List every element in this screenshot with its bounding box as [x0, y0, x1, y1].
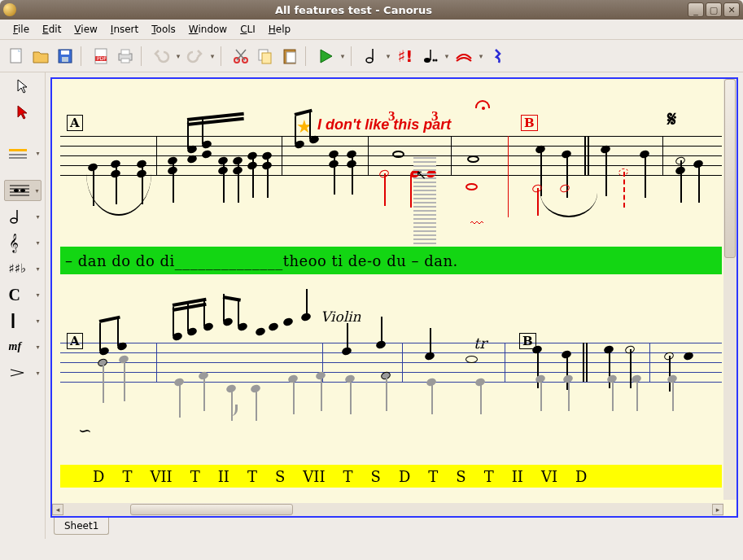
sheet-tabstrip: Sheet1	[50, 518, 738, 539]
horizontal-scroll-thumb[interactable]	[130, 504, 293, 515]
menu-tools[interactable]: Tools	[145, 21, 182, 37]
rehearsal-mark-a-1: A	[67, 115, 83, 131]
svg-rect-23	[9, 154, 27, 155]
svg-rect-3	[62, 57, 68, 62]
open-document-button[interactable]	[29, 45, 52, 68]
svg-rect-22	[9, 149, 27, 151]
tie-slur-button[interactable]	[452, 45, 475, 68]
toolbar: PDF ▾ ▾ ▾ ▾ ♯! ▾ ▾	[0, 40, 743, 72]
half-note-tool-button[interactable]: ▾	[4, 206, 42, 227]
minimize-button[interactable]: _	[688, 2, 704, 17]
left-toolbar: ▾ ▾ ▾ 𝄞▾ ♯♯♭▾ C▾ ▾ mf▾ ▾	[0, 72, 46, 539]
scroll-left-button[interactable]: ◂	[52, 504, 63, 515]
app-icon	[3, 3, 16, 16]
export-pdf-button[interactable]: PDF	[90, 45, 112, 68]
undo-dropdown[interactable]: ▾	[174, 52, 182, 60]
tie-dropdown[interactable]: ▾	[477, 52, 485, 60]
svg-point-21	[435, 59, 438, 61]
menu-help[interactable]: Help	[262, 21, 297, 37]
svg-rect-24	[9, 157, 27, 159]
print-button[interactable]	[114, 45, 137, 68]
horizontal-scrollbar[interactable]: ◂ ▸	[52, 503, 723, 516]
window-title: All features test - Canorus	[21, 4, 686, 16]
svg-text:PDF: PDF	[97, 55, 107, 61]
lyrics-line-1: – dan do do di______________theoo ti de-…	[60, 247, 722, 274]
save-document-button[interactable]	[54, 45, 76, 68]
accidental-button[interactable]: ♯!	[394, 45, 417, 68]
undo-button[interactable]	[150, 45, 173, 68]
menu-cli[interactable]: CLI	[234, 21, 262, 37]
menu-view[interactable]: View	[68, 21, 103, 37]
insert-note-tool-button[interactable]	[7, 102, 39, 123]
svg-point-29	[14, 189, 19, 192]
treble-clef-tool-button[interactable]: 𝄞▾	[4, 232, 42, 253]
voice-tool-button[interactable]: ▾	[4, 180, 42, 201]
segno-icon: 𝄋	[667, 107, 676, 132]
tuplet-3-b: 3	[431, 108, 439, 125]
menu-window[interactable]: Window	[182, 21, 234, 37]
new-document-button[interactable]	[5, 45, 28, 68]
instrument-label: Violin	[321, 308, 361, 325]
fermata-icon	[475, 100, 490, 108]
dotted-note-button[interactable]	[418, 45, 441, 68]
barline-tool-button[interactable]: ▾	[4, 310, 42, 331]
menu-edit[interactable]: Edit	[36, 21, 68, 37]
turn-ornament-icon: ∽	[78, 421, 92, 440]
svg-rect-13	[262, 53, 271, 63]
clef-context-button[interactable]: ▾	[4, 142, 42, 164]
time-signature-tool-button[interactable]: C▾	[4, 284, 42, 305]
svg-point-30	[20, 189, 25, 192]
svg-point-18	[424, 58, 431, 63]
note-duration-button[interactable]	[360, 45, 382, 68]
vertical-scroll-thumb[interactable]	[724, 79, 736, 258]
svg-rect-8	[121, 50, 129, 55]
menubar: File Edit View Insert Tools Window CLI H…	[0, 20, 743, 40]
dotted-dropdown[interactable]: ▾	[443, 52, 451, 60]
menu-file[interactable]: File	[7, 21, 36, 37]
tuplet-3-a: 3	[388, 108, 396, 125]
maximize-button[interactable]: ▢	[706, 2, 722, 17]
play-button[interactable]	[314, 45, 337, 68]
svg-point-16	[366, 58, 373, 63]
rehearsal-mark-a-2: A	[67, 333, 83, 349]
vertical-scrollbar[interactable]	[723, 79, 736, 500]
scroll-right-button[interactable]: ▸	[712, 504, 723, 515]
redo-button[interactable]	[184, 45, 207, 68]
lyrics-line-2: DTVIITIITSVIITSDTSTIIVID	[60, 465, 722, 488]
sheet-tab-1[interactable]: Sheet1	[54, 518, 109, 535]
svg-point-20	[433, 59, 435, 61]
rest-button[interactable]	[487, 45, 509, 68]
key-signature-tool-button[interactable]: ♯♯♭▾	[4, 258, 42, 279]
paste-button[interactable]	[278, 45, 301, 68]
svg-rect-2	[61, 50, 69, 55]
note-duration-dropdown[interactable]: ▾	[384, 52, 392, 60]
select-tool-button[interactable]	[7, 76, 39, 97]
hairpin-tool-button[interactable]: ▾	[4, 362, 42, 383]
score-canvas[interactable]: A B ★ I don't like this part 3 3 𝄋	[50, 77, 738, 518]
svg-rect-15	[286, 52, 295, 63]
play-dropdown[interactable]: ▾	[339, 52, 347, 60]
dynamics-tool-button[interactable]: mf▾	[4, 336, 42, 357]
svg-point-31	[11, 218, 17, 223]
mordent-icon: 〰	[470, 216, 483, 231]
redo-dropdown[interactable]: ▾	[208, 52, 216, 60]
rehearsal-mark-b-1: B	[521, 115, 538, 131]
titlebar: All features test - Canorus _ ▢ ✕	[0, 0, 743, 20]
menu-insert[interactable]: Insert	[104, 21, 145, 37]
cut-button[interactable]	[229, 45, 252, 68]
svg-rect-9	[121, 59, 129, 63]
close-button[interactable]: ✕	[723, 2, 740, 17]
staff-2	[60, 343, 722, 382]
slur-2	[540, 193, 597, 217]
copy-button[interactable]	[254, 45, 277, 68]
position-ruler	[410, 157, 439, 252]
